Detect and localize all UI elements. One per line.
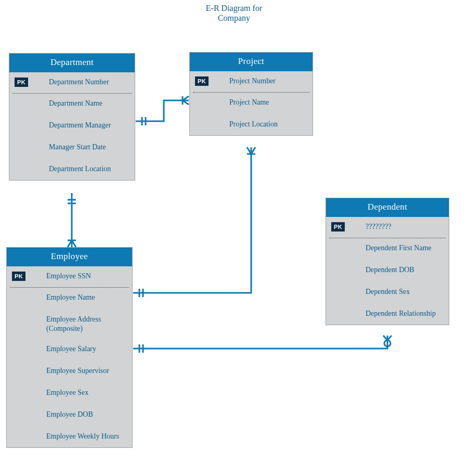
attr-label: Employee Name <box>36 293 129 302</box>
svg-line-8 <box>68 240 72 247</box>
svg-point-17 <box>384 340 391 346</box>
attr-label: Department Number <box>38 78 132 87</box>
entity-dependent: Dependent PK ???????? Dependent First Na… <box>326 198 449 325</box>
entity-department: Department PK Department Number Departme… <box>9 53 135 181</box>
attr-label: Manager Start Date <box>38 143 132 152</box>
attr-row: Employee Sex <box>7 382 132 404</box>
pk-badge: PK <box>195 76 209 86</box>
attr-row-pk: PK Employee SSN <box>7 266 132 287</box>
pk-badge: PK <box>331 222 345 231</box>
attr-row-pk: PK Department Number <box>9 72 135 93</box>
attr-row: Employee DOB <box>7 404 132 426</box>
attr-label: Project Location <box>219 120 309 129</box>
attr-row: Department Name <box>9 94 135 114</box>
attr-label: ???????? <box>355 222 446 231</box>
attr-row: Manager Start Date <box>9 136 135 158</box>
attr-row: Department Manager <box>9 114 135 136</box>
attr-label: Department Location <box>38 164 132 174</box>
attr-row-pk: PK ???????? <box>326 217 449 238</box>
rel-employee-project <box>133 147 255 297</box>
attr-label: Department Name <box>38 99 132 108</box>
attr-label: Department Manager <box>38 121 132 130</box>
attr-row: Employee Supervisor <box>7 360 132 382</box>
attr-label: Employee Address (Composite) <box>36 315 129 333</box>
attr-row: Dependent First Name <box>326 238 449 259</box>
svg-line-9 <box>72 240 76 247</box>
attr-row: Dependent DOB <box>326 259 449 281</box>
svg-line-13 <box>247 147 251 154</box>
pk-badge: PK <box>15 78 28 87</box>
entity-project: Project PK Project Number Project Name P… <box>189 52 313 136</box>
attr-row: Project Name <box>190 93 313 113</box>
svg-line-18 <box>383 336 387 340</box>
attr-label: Dependent DOB <box>355 265 446 275</box>
attr-label: Employee DOB <box>36 410 129 419</box>
diagram-title: E-R Diagram for Company <box>0 3 468 23</box>
entity-project-header: Project <box>190 53 313 71</box>
attr-label: Dependent Sex <box>355 287 446 297</box>
attr-row: Department Location <box>9 158 135 180</box>
svg-line-4 <box>183 100 189 105</box>
svg-line-14 <box>251 147 255 154</box>
rel-employee-dependent <box>133 336 392 353</box>
attr-row: Project Location <box>190 113 313 135</box>
svg-line-3 <box>183 96 189 100</box>
attr-label: Dependent First Name <box>355 243 446 253</box>
attr-row: Employee Weekly Hours <box>7 426 132 447</box>
entity-employee: Employee PK Employee SSN Employee Name E… <box>6 247 133 448</box>
title-line-1: E-R Diagram for <box>206 4 262 12</box>
rel-department-project <box>136 96 189 125</box>
attr-row: Employee Address (Composite) <box>7 308 132 338</box>
attr-row: Dependent Relationship <box>326 303 449 325</box>
svg-line-19 <box>387 336 392 340</box>
rel-department-employee <box>68 193 76 247</box>
attr-row: Dependent Sex <box>326 281 449 303</box>
entity-department-header: Department <box>9 54 135 72</box>
attr-label: Employee Supervisor <box>36 366 129 376</box>
entity-employee-header: Employee <box>7 248 132 266</box>
attr-label: Project Number <box>219 76 309 86</box>
attr-label: Project Name <box>219 98 309 107</box>
attr-label: Employee Weekly Hours <box>36 432 129 441</box>
attr-label: Employee Sex <box>36 388 129 397</box>
attr-row: Employee Name <box>7 288 132 308</box>
attr-label: Dependent Relationship <box>355 309 446 318</box>
attr-row: Employee Salary <box>7 338 132 360</box>
pk-badge: PK <box>12 272 25 281</box>
attr-row-pk: PK Project Number <box>190 71 313 92</box>
title-line-2: Company <box>218 14 250 22</box>
attr-label: Employee SSN <box>36 272 129 281</box>
attr-label: Employee Salary <box>36 344 129 354</box>
entity-dependent-header: Dependent <box>326 198 449 217</box>
